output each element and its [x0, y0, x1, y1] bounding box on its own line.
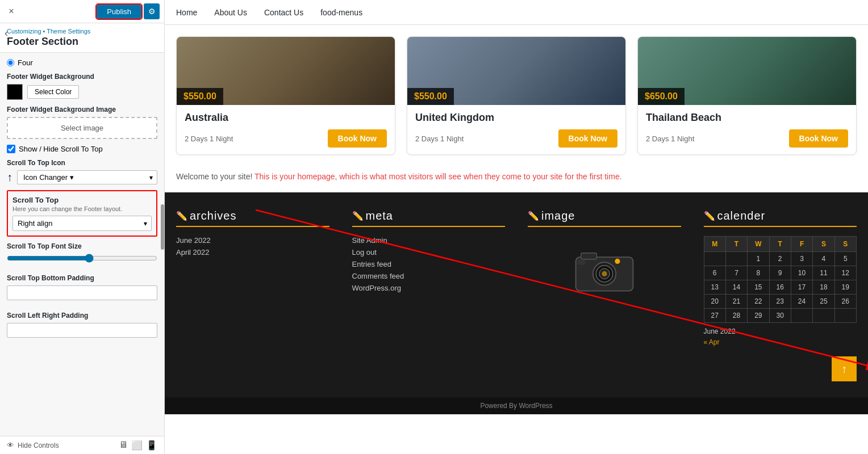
- cal-cell[interactable]: 26: [834, 295, 856, 309]
- cal-cell[interactable]: 8: [748, 266, 769, 280]
- scroll-to-top-button[interactable]: ↑: [832, 356, 857, 381]
- footer-col-image: ✏️ image: [528, 209, 681, 346]
- meta-edit-icon: ✏️: [352, 211, 364, 221]
- radio-group-four: Four: [7, 58, 157, 67]
- archives-edit-icon: ✏️: [176, 211, 187, 221]
- cal-cell[interactable]: 28: [725, 309, 747, 323]
- archive-april-2022[interactable]: April 2022: [176, 248, 329, 257]
- cal-cell[interactable]: 3: [791, 252, 812, 266]
- camera-svg: [573, 245, 636, 296]
- back-button[interactable]: ‹: [5, 27, 8, 39]
- cal-cell[interactable]: 24: [791, 295, 812, 309]
- cal-cell[interactable]: 29: [748, 309, 769, 323]
- book-australia-button[interactable]: Book Now: [328, 129, 387, 148]
- cal-cell[interactable]: 6: [704, 266, 725, 280]
- svg-rect-1: [581, 253, 597, 259]
- card-australia-title: Australia: [185, 112, 387, 124]
- card-thailand-body: Thailand Beach 2 Days 1 Night Book Now: [638, 105, 856, 154]
- cal-cell[interactable]: 30: [769, 309, 791, 323]
- cal-cell[interactable]: 18: [813, 280, 834, 295]
- cal-cell[interactable]: 27: [704, 309, 725, 323]
- archive-june-2022[interactable]: June 2022: [176, 236, 329, 245]
- meta-header: ✏️ meta: [352, 209, 506, 227]
- meta-comments-feed[interactable]: Comments feed: [352, 272, 506, 280]
- select-image-button[interactable]: Select image: [7, 117, 157, 139]
- welcome-text-start: Welcome to your site!: [176, 172, 254, 181]
- mobile-icon[interactable]: 📱: [146, 440, 157, 451]
- cal-header-s1: S: [813, 237, 834, 252]
- meta-log-out[interactable]: Log out: [352, 248, 506, 257]
- nav-home[interactable]: Home: [176, 8, 197, 17]
- cal-cell[interactable]: 20: [704, 295, 725, 309]
- scroll-to-top-box: Scroll To Top Here you can change the Fo…: [7, 190, 157, 237]
- cal-cell[interactable]: 7: [725, 266, 747, 280]
- footer-bottom-area: ↑: [176, 352, 857, 386]
- card-uk-body: United Kingdom 2 Days 1 Night Book Now: [407, 105, 625, 154]
- cal-cell[interactable]: [704, 252, 725, 266]
- card-australia-body: Australia 2 Days 1 Night Book Now: [177, 105, 395, 154]
- cal-cell[interactable]: [791, 309, 812, 323]
- nav-food-menus[interactable]: food-menus: [320, 8, 362, 17]
- sidebar-scrollbar[interactable]: [161, 204, 164, 250]
- cal-cell[interactable]: 17: [791, 280, 812, 295]
- meta-site-admin[interactable]: Site Admin: [352, 236, 506, 245]
- gear-button[interactable]: ⚙: [144, 3, 160, 19]
- card-australia-footer: 2 Days 1 Night Book Now: [185, 129, 387, 148]
- align-dropdown[interactable]: Left align Center align Right align: [12, 216, 152, 231]
- cal-cell[interactable]: 5: [834, 252, 856, 266]
- eye-icon: 👁: [7, 441, 14, 449]
- font-size-slider[interactable]: [7, 254, 157, 263]
- close-button[interactable]: ×: [5, 5, 18, 18]
- cal-cell[interactable]: 12: [834, 266, 856, 280]
- nav-about[interactable]: About Us: [214, 8, 247, 17]
- sidebar-bottom: 👁 Hide Controls 🖥 ⬜ 📱: [0, 436, 164, 454]
- cal-cell[interactable]: 14: [725, 280, 747, 295]
- select-color-button[interactable]: Select Color: [27, 85, 79, 99]
- cal-cell[interactable]: 10: [791, 266, 812, 280]
- cal-cell[interactable]: 13: [704, 280, 725, 295]
- lr-padding-input[interactable]: [7, 323, 157, 338]
- meta-entries-feed[interactable]: Entries feed: [352, 260, 506, 268]
- bottom-padding-input[interactable]: [7, 285, 157, 300]
- cal-cell[interactable]: [813, 309, 834, 323]
- meta-wordpress-org[interactable]: WordPress.org: [352, 284, 506, 292]
- cal-cell[interactable]: 23: [769, 295, 791, 309]
- radio-four-input[interactable]: [7, 59, 14, 66]
- hide-controls-button[interactable]: 👁 Hide Controls: [7, 441, 59, 449]
- cal-cell[interactable]: 2: [769, 252, 791, 266]
- cal-cell[interactable]: 4: [813, 252, 834, 266]
- bottom-padding-label: Scroll Top Bottom Padding: [7, 274, 157, 282]
- cal-cell[interactable]: 15: [748, 280, 769, 295]
- calendar-prev-link[interactable]: « Apr: [704, 338, 720, 346]
- breadcrumb[interactable]: Customizing • Theme Settings: [7, 28, 90, 35]
- cal-header-s2: S: [834, 237, 856, 252]
- tablet-icon[interactable]: ⬜: [131, 440, 143, 451]
- icon-row: ↑ Icon Changer ▾: [7, 170, 157, 184]
- book-uk-button[interactable]: Book Now: [558, 129, 617, 148]
- show-hide-scroll-checkbox[interactable]: [7, 145, 15, 153]
- radio-four-label[interactable]: Four: [7, 58, 157, 67]
- icon-changer-button[interactable]: Icon Changer ▾: [17, 170, 157, 184]
- publish-button[interactable]: Publish: [97, 5, 141, 19]
- nav-contact[interactable]: Contact Us: [264, 8, 303, 17]
- calendar-title: calender: [717, 209, 766, 222]
- cal-cell[interactable]: 21: [725, 295, 747, 309]
- cal-cell[interactable]: 1: [748, 252, 769, 266]
- svg-point-5: [602, 271, 607, 276]
- sidebar-header: ‹ Customizing • Theme Settings Footer Se…: [0, 23, 164, 53]
- cal-cell[interactable]: 22: [748, 295, 769, 309]
- color-swatch[interactable]: [7, 84, 23, 100]
- cal-cell[interactable]: 9: [769, 266, 791, 280]
- cal-cell[interactable]: 25: [813, 295, 834, 309]
- cal-cell[interactable]: 16: [769, 280, 791, 295]
- cal-cell[interactable]: 19: [834, 280, 856, 295]
- sidebar-top-bar: × Publish ⚙: [0, 0, 164, 23]
- book-thailand-button[interactable]: Book Now: [789, 129, 848, 148]
- calendar-caption: June 2022: [704, 327, 857, 335]
- card-thailand-footer: 2 Days 1 Night Book Now: [646, 129, 848, 148]
- image-edit-icon: ✏️: [528, 211, 539, 221]
- desktop-icon[interactable]: 🖥: [119, 440, 128, 451]
- cal-cell[interactable]: 11: [813, 266, 834, 280]
- cal-cell[interactable]: [834, 309, 856, 323]
- cal-cell[interactable]: [725, 252, 747, 266]
